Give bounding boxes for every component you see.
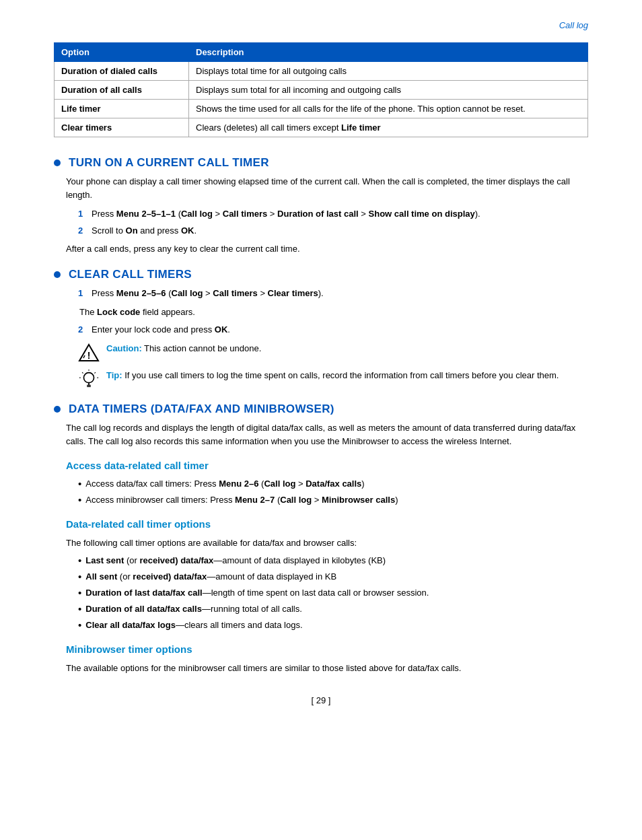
tip-text: Tip: If you use call timers to log the t… xyxy=(106,369,559,382)
sub2-bullets: Last sent (or received) data/fax—amount … xyxy=(78,554,588,633)
table-row: Clear timers Clears (deletes) all call t… xyxy=(55,118,588,137)
table-cell-desc: Clears (deletes) all call timers except … xyxy=(189,118,588,137)
bullet-item: Clear all data/fax logs—clears all timer… xyxy=(78,619,588,632)
step-item: 2 Enter your lock code and press OK. xyxy=(78,323,588,337)
steps-list: 1 Press Menu 2–5–1–1 (Call log > Call ti… xyxy=(78,207,588,237)
table-col1-header: Option xyxy=(55,43,189,62)
svg-point-3 xyxy=(83,372,94,382)
bullet-item: Access minibrowser call timers: Press Me… xyxy=(78,493,588,507)
step-item: 2 Scroll to On and press OK. xyxy=(78,224,588,238)
page-header: Call log xyxy=(54,20,588,30)
step-item: 1 Press Menu 2–5–1–1 (Call log > Call ti… xyxy=(78,207,588,221)
bullet-item: Access data/fax call timers: Press Menu … xyxy=(78,477,588,491)
sub1-bullets: Access data/fax call timers: Press Menu … xyxy=(78,477,588,507)
section-data-title: DATA TIMERS (DATA/FAX AND MINIBROWSER) xyxy=(54,403,588,416)
table-row: Life timer Shows the time used for all c… xyxy=(55,100,588,118)
table-cell-option: Life timer xyxy=(55,100,189,118)
sub3-title: Minibrowser timer options xyxy=(66,641,588,657)
bullet-icon xyxy=(54,406,61,413)
page-number: [ 29 ] xyxy=(312,695,331,705)
step-item: 1 Press Menu 2–5–6 (Call log > Call time… xyxy=(78,287,588,300)
svg-line-10 xyxy=(82,372,83,373)
table-cell-desc: Shows the time used for all calls for th… xyxy=(189,100,588,118)
section-turn-on-body: Your phone can display a call timer show… xyxy=(66,175,588,256)
section-turn-on-title: TURN ON A CURRENT CALL TIMER xyxy=(54,156,588,170)
page-footer: [ 29 ] xyxy=(54,695,588,705)
section-turn-on: TURN ON A CURRENT CALL TIMER Your phone … xyxy=(54,156,588,256)
section-clear-title: CLEAR CALL TIMERS xyxy=(54,268,588,281)
table-row: Duration of dialed calls Displays total … xyxy=(55,62,588,81)
table-cell-desc: Displays sum total for all incoming and … xyxy=(189,81,588,100)
caution-icon: ! xyxy=(78,342,100,363)
caution-triangle-icon: ! xyxy=(78,342,100,363)
svg-text:!: ! xyxy=(87,350,91,361)
svg-line-8 xyxy=(94,372,95,373)
clear-steps-list-2: 2 Enter your lock code and press OK. xyxy=(78,323,588,337)
table-col2-header: Description xyxy=(189,43,588,62)
lock-code-note: The Lock code field appears. xyxy=(79,306,588,319)
bullet-item: Duration of all data/fax calls—running t… xyxy=(78,602,588,616)
tip-lightbulb-icon xyxy=(78,368,100,391)
table-cell-option: Duration of dialed calls xyxy=(55,62,189,81)
bullet-item: Last sent (or received) data/fax—amount … xyxy=(78,554,588,567)
bullet-icon xyxy=(54,271,61,278)
header-label: Call log xyxy=(559,20,588,30)
section-clear: CLEAR CALL TIMERS 1 Press Menu 2–5–6 (Ca… xyxy=(54,268,588,390)
table-cell-option: Clear timers xyxy=(55,118,189,137)
tip-box: Tip: If you use call timers to log the t… xyxy=(78,369,588,390)
bullet-item: All sent (or received) data/fax—amount o… xyxy=(78,570,588,584)
section-data-body: The call log records and displays the le… xyxy=(66,421,588,675)
section-clear-body: 1 Press Menu 2–5–6 (Call log > Call time… xyxy=(66,287,588,390)
bullet-icon xyxy=(54,160,61,166)
tip-icon xyxy=(78,369,100,390)
sub2-title: Data-related call timer options xyxy=(66,516,588,532)
caution-text: Caution: This action cannot be undone. xyxy=(106,342,261,355)
bullet-item: Duration of last data/fax call—length of… xyxy=(78,586,588,600)
sub1-title: Access data-related call timer xyxy=(66,458,588,473)
table-cell-option: Duration of all calls xyxy=(55,81,189,100)
caution-box: ! Caution: This action cannot be undone. xyxy=(78,342,588,363)
clear-steps-list: 1 Press Menu 2–5–6 (Call log > Call time… xyxy=(78,287,588,300)
options-table: Option Description Duration of dialed ca… xyxy=(54,42,588,137)
section-data: DATA TIMERS (DATA/FAX AND MINIBROWSER) T… xyxy=(54,403,588,675)
svg-line-2 xyxy=(83,355,85,358)
table-cell-desc: Displays total time for all outgoing cal… xyxy=(189,62,588,81)
table-row: Duration of all calls Displays sum total… xyxy=(55,81,588,100)
